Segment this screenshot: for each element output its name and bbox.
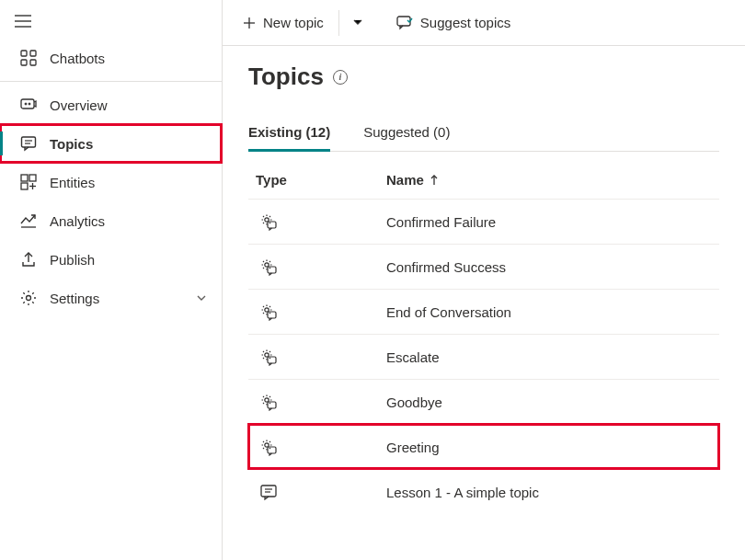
table-row[interactable]: Confirmed Success <box>248 244 719 289</box>
settings-icon <box>20 290 37 306</box>
nav-settings[interactable]: Settings <box>0 279 222 317</box>
overview-icon <box>20 97 37 113</box>
table-row[interactable]: End of Conversation <box>248 289 719 334</box>
hamburger-menu[interactable] <box>0 6 222 39</box>
tab-existing[interactable]: Existing (12) <box>248 119 330 151</box>
main: New topic Suggest topics Topics i <box>223 0 745 560</box>
plus-icon <box>243 17 256 29</box>
nav-analytics[interactable]: Analytics <box>0 201 222 240</box>
svg-rect-7 <box>21 99 34 109</box>
table-body: Confirmed Failure Confirmed Success End … <box>248 199 719 514</box>
system-topic-icon <box>256 257 386 276</box>
svg-rect-37 <box>261 486 276 497</box>
nav-label: Overview <box>50 97 108 113</box>
nav-divider <box>0 81 222 82</box>
chevron-down-icon <box>196 291 207 306</box>
svg-rect-10 <box>22 137 36 147</box>
content: Topics i Existing (12) Suggested (0) Typ… <box>223 46 745 560</box>
system-topic-icon <box>256 303 386 321</box>
publish-icon <box>20 251 37 268</box>
sidebar: Chatbots Overview <box>0 0 223 560</box>
row-name: Goodbye <box>386 394 712 410</box>
chevron-down-icon <box>352 17 363 28</box>
nav-chatbots[interactable]: Chatbots <box>0 39 222 77</box>
suggest-topics-button[interactable]: Suggest topics <box>387 9 520 36</box>
nav-label: Settings <box>50 291 99 306</box>
svg-rect-3 <box>21 51 27 56</box>
svg-rect-32 <box>268 357 276 363</box>
svg-point-27 <box>265 263 269 267</box>
svg-rect-6 <box>30 60 36 65</box>
system-topic-icon <box>256 348 386 366</box>
tab-label: Suggested (0) <box>363 124 450 140</box>
svg-rect-4 <box>30 51 36 56</box>
nav-label: Entities <box>50 175 95 190</box>
svg-rect-26 <box>268 222 276 228</box>
info-icon[interactable]: i <box>333 70 348 85</box>
tabs: Existing (12) Suggested (0) <box>248 119 719 152</box>
analytics-icon <box>20 212 37 229</box>
row-name: Escalate <box>386 349 712 365</box>
page-title: Topics i <box>248 63 719 91</box>
tab-label: Existing (12) <box>248 124 330 140</box>
svg-point-35 <box>265 443 269 447</box>
svg-point-25 <box>265 218 269 222</box>
table-row[interactable]: Goodbye <box>248 379 719 424</box>
user-topic-icon <box>256 483 386 501</box>
svg-rect-36 <box>268 447 276 453</box>
nav-entities[interactable]: Entities <box>0 163 222 201</box>
table-header: Type Name <box>248 161 719 199</box>
table-row[interactable]: Greeting <box>248 424 719 469</box>
row-name: Confirmed Failure <box>386 214 712 230</box>
new-topic-button[interactable]: New topic <box>234 9 333 36</box>
svg-point-20 <box>27 296 31 301</box>
nav-overview[interactable]: Overview <box>0 86 222 124</box>
table-row[interactable]: Escalate <box>248 334 719 379</box>
col-header-name-label: Name <box>386 172 424 188</box>
separator <box>338 10 339 36</box>
svg-rect-28 <box>268 267 276 273</box>
svg-rect-34 <box>268 402 276 408</box>
col-header-type[interactable]: Type <box>256 172 386 188</box>
nav-topics[interactable]: Topics <box>0 124 222 163</box>
svg-point-8 <box>25 103 27 105</box>
topics-icon <box>20 135 37 152</box>
cmd-label: Suggest topics <box>420 15 510 30</box>
nav-label: Chatbots <box>50 51 105 66</box>
suggest-icon <box>396 16 413 30</box>
svg-point-29 <box>265 308 269 312</box>
svg-rect-14 <box>29 175 36 181</box>
sort-asc-icon <box>430 175 439 186</box>
svg-point-9 <box>29 103 30 105</box>
svg-rect-13 <box>21 175 28 181</box>
cmd-label: New topic <box>263 15 324 30</box>
hamburger-icon <box>15 15 31 28</box>
col-header-name[interactable]: Name <box>386 172 712 188</box>
svg-point-31 <box>265 353 269 357</box>
svg-rect-5 <box>21 60 27 65</box>
svg-rect-15 <box>21 183 28 189</box>
tab-suggested[interactable]: Suggested (0) <box>363 119 450 151</box>
nav-label: Topics <box>50 136 93 152</box>
svg-rect-30 <box>268 312 276 318</box>
command-bar: New topic Suggest topics <box>223 0 745 46</box>
table-row[interactable]: Lesson 1 - A simple topic <box>248 469 719 514</box>
row-name: Lesson 1 - A simple topic <box>386 485 712 500</box>
new-topic-dropdown[interactable] <box>345 10 371 36</box>
chatbots-icon <box>20 50 37 66</box>
nav-label: Analytics <box>50 213 105 229</box>
system-topic-icon <box>256 393 386 411</box>
svg-point-33 <box>265 398 269 402</box>
entities-icon <box>20 174 37 190</box>
system-topic-icon <box>256 212 386 231</box>
nav-label: Publish <box>50 252 95 268</box>
row-name: Greeting <box>386 440 712 455</box>
system-topic-icon <box>256 438 386 456</box>
page-title-text: Topics <box>248 63 324 91</box>
table-row[interactable]: Confirmed Failure <box>248 199 719 244</box>
nav-publish[interactable]: Publish <box>0 240 222 279</box>
row-name: Confirmed Success <box>386 259 712 275</box>
row-name: End of Conversation <box>386 304 712 320</box>
